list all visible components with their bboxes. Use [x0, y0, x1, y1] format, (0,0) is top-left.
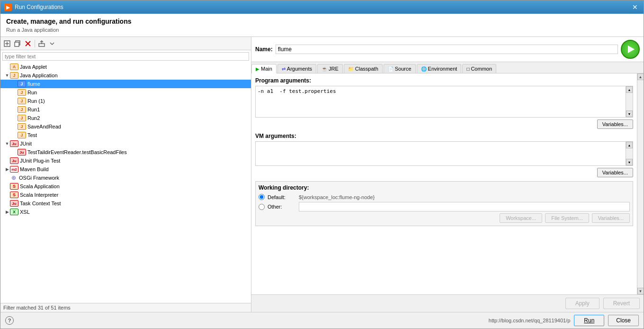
tab-classpath[interactable]: 📁 Classpath [344, 64, 383, 73]
tree-item-scala-app[interactable]: S Scala Application [0, 182, 251, 191]
tree-item-run1-paren[interactable]: J Run (1) [0, 97, 251, 105]
tree-item-osgi[interactable]: ⊕ OSGi Framework [0, 174, 251, 182]
prog-args-variables-button[interactable]: Variables... [597, 119, 633, 129]
run-play-button[interactable] [621, 40, 640, 59]
app-icon: ▶ [4, 3, 12, 11]
title-bar-left: ▶ Run Configurations [4, 3, 63, 11]
tab-main-label: Main [261, 66, 272, 72]
name-label: Name: [255, 46, 273, 53]
expand-icon[interactable] [4, 64, 10, 70]
revert-button[interactable]: Revert [603, 298, 640, 309]
tree-label: flume [27, 81, 40, 87]
tree-item-test[interactable]: J Test [0, 131, 251, 139]
tree-item-testtaildir[interactable]: Ju TestTaildirEventReader.testBasicReadF… [0, 148, 251, 156]
run1-icon: J [18, 106, 26, 113]
tree-item-run2[interactable]: J Run2 [0, 114, 251, 122]
wd-variables-button[interactable]: Variables... [592, 213, 630, 223]
new-config-button[interactable] [2, 39, 12, 48]
jre-tab-icon: ☕ [322, 66, 327, 72]
title-bar: ▶ Run Configurations ✕ [0, 0, 644, 14]
source-tab-icon: 📄 [388, 66, 394, 72]
vm-arguments-textarea[interactable] [256, 142, 626, 165]
expand-icon[interactable]: ▼ [4, 141, 10, 146]
expand-icon [12, 149, 18, 155]
url-text: http://blog.csdn.net/qq_28119401/p [489, 318, 570, 323]
run-configurations-dialog: ▶ Run Configurations ✕ Create, manage, a… [0, 0, 644, 329]
footer-right: http://blog.csdn.net/qq_28119401/p Run C… [489, 315, 639, 326]
program-arguments-label: Program arguments: [255, 77, 633, 84]
vm-args-scrollbar: ▲ ▼ [626, 142, 633, 165]
delete-button[interactable] [23, 39, 33, 48]
close-dialog-button[interactable]: Close [608, 315, 639, 326]
header-subtitle: Run a Java application [6, 27, 638, 33]
tree-item-task-context[interactable]: Ju Task Context Test [0, 199, 251, 208]
wd-buttons-row: Workspace... File System... Variables... [259, 213, 630, 223]
expand-icon[interactable]: ▶ [4, 166, 10, 172]
tree-label: Run (1) [27, 98, 45, 104]
apply-button[interactable]: Apply [565, 298, 599, 309]
tab-main[interactable]: ▶ Main [251, 64, 277, 73]
dialog-footer: ? http://blog.csdn.net/qq_28119401/p Run… [0, 312, 644, 329]
bottom-buttons: Apply Revert [251, 294, 644, 312]
vm-arguments-section: VM arguments: ▲ ▼ Variables... [255, 133, 633, 177]
other-directory-input[interactable] [299, 202, 630, 211]
tab-common[interactable]: □ Common [462, 64, 496, 73]
default-radio[interactable] [259, 194, 265, 200]
tree-item-run[interactable]: J Run [0, 88, 251, 97]
header-title: Create, manage, and run configurations [6, 18, 638, 25]
maven-icon: m2 [10, 166, 18, 173]
vm-args-variables-button[interactable]: Variables... [597, 168, 633, 177]
tree-item-saveandread[interactable]: J SaveAndRead [0, 122, 251, 131]
expand-icon [12, 124, 18, 129]
expand-icon[interactable]: ▼ [4, 73, 10, 78]
duplicate-button[interactable] [13, 39, 22, 48]
scala-interp-icon: S [10, 192, 18, 198]
tab-source[interactable]: 📄 Source [384, 64, 416, 73]
other-radio-label: Other: [268, 204, 296, 210]
scroll-up-arrow[interactable]: ▲ [626, 86, 633, 93]
tree-item-junit-plugin[interactable]: Ju JUnit Plug-in Test [0, 156, 251, 165]
dropdown-button[interactable] [47, 39, 57, 48]
scroll-down-arrow[interactable]: ▼ [626, 110, 633, 117]
tree-item-java-application[interactable]: ▼ J Java Application [0, 71, 251, 80]
tab-common-label: Common [471, 66, 492, 72]
arguments-tab-icon: ⇄ [282, 66, 286, 72]
file-system-button[interactable]: File System... [545, 213, 589, 223]
right-scroll-down-arrow[interactable]: ▼ [637, 288, 644, 294]
tree-item-flume[interactable]: J flume [0, 80, 251, 88]
help-icon[interactable]: ? [5, 316, 14, 325]
other-radio[interactable] [259, 204, 265, 210]
tree-label: Java Applet [20, 64, 47, 70]
tree-item-xsl[interactable]: ▶ X XSL [0, 208, 251, 216]
tree-scroll-area[interactable]: A Java Applet ▼ J Java Application J flu… [0, 63, 251, 303]
export-button[interactable] [37, 39, 46, 48]
working-directory-title: Working directory: [259, 184, 630, 191]
vm-scroll-up-arrow[interactable]: ▲ [626, 142, 633, 148]
tab-environment[interactable]: 🌐 Environment [417, 64, 462, 73]
name-input[interactable] [276, 45, 618, 54]
run-button[interactable]: Run [574, 315, 604, 326]
expand-icon[interactable]: ▶ [4, 209, 10, 215]
tree-label: Scala Application [20, 183, 60, 189]
tab-arguments[interactable]: ⇄ Arguments [277, 64, 316, 73]
tree-item-run1[interactable]: J Run1 [0, 105, 251, 114]
tree-item-maven[interactable]: ▶ m2 Maven Build [0, 165, 251, 174]
vm-scroll-down-arrow[interactable]: ▼ [626, 159, 633, 165]
program-arguments-textarea[interactable] [256, 86, 626, 117]
right-scroll-up-arrow[interactable]: ▲ [637, 73, 644, 80]
tree-label: Run [27, 90, 37, 95]
tree-item-scala-interp[interactable]: S Scala Interpreter [0, 191, 251, 199]
workspace-button[interactable]: Workspace... [500, 213, 542, 223]
default-radio-label: Default: [268, 194, 296, 200]
filter-input[interactable] [2, 52, 249, 61]
window-close-button[interactable]: ✕ [630, 4, 640, 10]
expand-icon [4, 192, 10, 198]
tree-label: Test [27, 132, 37, 138]
other-radio-row: Other: [259, 202, 630, 211]
tab-jre[interactable]: ☕ JRE [317, 64, 343, 73]
classpath-tab-icon: 📁 [348, 66, 354, 72]
tree-item-junit[interactable]: ▼ Ju JUnit [0, 139, 251, 148]
tree-item-java-applet[interactable]: A Java Applet [0, 63, 251, 71]
expand-icon [12, 132, 18, 138]
right-panel-scrollbar: ▲ ▼ [637, 73, 644, 294]
